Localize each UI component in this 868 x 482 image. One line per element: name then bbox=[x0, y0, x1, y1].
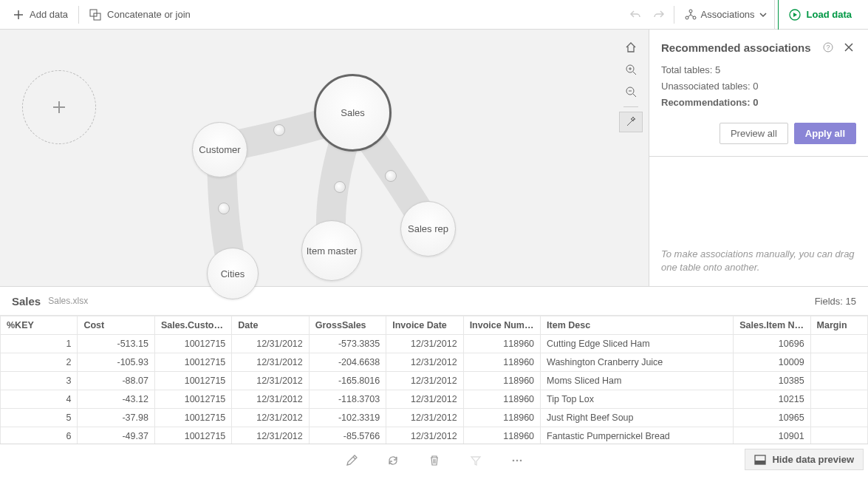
bubble-customer[interactable]: Customer bbox=[192, 122, 247, 177]
table-cell: 1 bbox=[1, 335, 78, 353]
table-cell: -85.5766 bbox=[309, 427, 386, 444]
bubble-sales[interactable]: Sales bbox=[314, 74, 392, 152]
svg-rect-14 bbox=[755, 461, 765, 464]
table-cell: 12/31/2012 bbox=[386, 353, 463, 372]
preview-all-button[interactable]: Preview all bbox=[720, 123, 788, 144]
associations-dropdown[interactable]: Associations bbox=[677, 4, 774, 25]
table-row[interactable]: 5-37.981001271512/31/2012-102.331912/31/… bbox=[1, 409, 868, 427]
column-header[interactable]: Sales.Item N… bbox=[734, 316, 810, 335]
add-data-button[interactable]: Add data bbox=[6, 4, 75, 24]
home-zoom-button[interactable] bbox=[619, 37, 643, 58]
separator bbox=[78, 6, 79, 24]
canvas-tools bbox=[619, 37, 643, 132]
table-cell: 10901 bbox=[734, 427, 810, 444]
stat-value: 0 bbox=[753, 81, 758, 92]
table-cell: 6 bbox=[1, 427, 78, 444]
zoom-out-button[interactable] bbox=[619, 81, 643, 102]
panel-stats: Total tables: 5 Unassociated tables: 0 R… bbox=[649, 62, 868, 120]
table-cell: 118960 bbox=[463, 427, 540, 444]
column-header[interactable]: %KEY bbox=[1, 316, 78, 335]
redo-icon bbox=[653, 9, 665, 21]
hide-preview-label: Hide data preview bbox=[772, 454, 854, 465]
refresh-button[interactable] bbox=[381, 449, 405, 472]
wand-icon bbox=[625, 116, 637, 128]
panel-title: Recommended associations bbox=[661, 41, 815, 54]
separator bbox=[674, 6, 674, 24]
bubble-label: Cities bbox=[221, 268, 245, 279]
table-cell: -43.12 bbox=[78, 390, 154, 409]
association-joint[interactable] bbox=[273, 124, 285, 136]
table-cell: 10965 bbox=[734, 409, 810, 427]
table-cell: 10012715 bbox=[154, 335, 231, 353]
filter-icon bbox=[470, 455, 482, 466]
close-panel-button[interactable] bbox=[841, 40, 856, 55]
hide-preview-button[interactable]: Hide data preview bbox=[745, 449, 864, 470]
table-cell bbox=[810, 335, 867, 353]
preview-footer: Hide data preview bbox=[0, 444, 868, 476]
data-preview-grid[interactable]: %KEYCostSales.Custo…DateGrossSalesInvoic… bbox=[0, 315, 868, 444]
table-row[interactable]: 4-43.121001271512/31/2012-118.370312/31/… bbox=[1, 390, 868, 409]
table-cell: 118960 bbox=[463, 390, 540, 409]
association-canvas[interactable]: Sales Customer Cities Item master Sales … bbox=[0, 30, 649, 287]
close-icon bbox=[844, 43, 853, 52]
stat-label: Total tables: bbox=[661, 64, 715, 75]
stat-value: 0 bbox=[753, 97, 758, 108]
load-data-button[interactable]: Load data bbox=[778, 0, 862, 30]
bubble-sales-rep[interactable]: Sales rep bbox=[400, 201, 456, 257]
table-cell: 12/31/2012 bbox=[232, 409, 309, 427]
bubble-item-master[interactable]: Item master bbox=[301, 220, 362, 281]
column-header[interactable]: Invoice Date bbox=[386, 316, 463, 335]
column-header[interactable]: Date bbox=[232, 316, 309, 335]
refresh-icon bbox=[387, 455, 399, 466]
bubble-cities[interactable]: Cities bbox=[207, 248, 259, 299]
column-header[interactable]: Cost bbox=[78, 316, 154, 335]
redo-button[interactable] bbox=[647, 3, 671, 27]
preview-table-name: Sales bbox=[12, 295, 41, 308]
association-joint[interactable] bbox=[334, 181, 346, 193]
table-cell: -102.3319 bbox=[309, 409, 386, 427]
load-data-label: Load data bbox=[807, 9, 852, 20]
filter-button[interactable] bbox=[464, 449, 488, 472]
association-joint[interactable] bbox=[385, 170, 397, 182]
table-cell: 2 bbox=[1, 353, 78, 372]
delete-button[interactable] bbox=[423, 449, 446, 472]
plus-icon bbox=[13, 10, 24, 20]
stat-value: 5 bbox=[715, 64, 720, 75]
plus-icon bbox=[50, 98, 68, 116]
association-joint[interactable] bbox=[218, 203, 230, 214]
table-cell: 12/31/2012 bbox=[232, 390, 309, 409]
magic-wand-button[interactable] bbox=[619, 112, 643, 132]
table-cell: 12/31/2012 bbox=[232, 353, 309, 372]
table-row[interactable]: 6-49.371001271512/31/2012-85.576612/31/2… bbox=[1, 427, 868, 444]
preview-header: Sales Sales.xlsx Fields: 15 bbox=[0, 287, 868, 315]
add-table-circle[interactable] bbox=[22, 70, 96, 144]
column-header[interactable]: Item Desc bbox=[541, 316, 734, 335]
table-cell: 12/31/2012 bbox=[386, 372, 463, 390]
help-button[interactable]: ? bbox=[821, 40, 835, 55]
table-cell: -37.98 bbox=[78, 409, 154, 427]
concatenate-button[interactable]: Concatenate or join bbox=[82, 4, 198, 25]
zoom-in-button[interactable] bbox=[619, 59, 643, 80]
table-cell: 10215 bbox=[734, 390, 810, 409]
undo-button[interactable] bbox=[623, 3, 647, 27]
table-cell: 10012715 bbox=[154, 390, 231, 409]
trash-icon bbox=[428, 455, 440, 466]
table-row[interactable]: 3-88.071001271512/31/2012-165.801612/31/… bbox=[1, 372, 868, 390]
bubble-label: Customer bbox=[199, 144, 240, 155]
table-row[interactable]: 2-105.931001271512/31/2012-204.663812/31… bbox=[1, 353, 868, 372]
svg-point-12 bbox=[519, 459, 522, 461]
edit-button[interactable] bbox=[340, 449, 363, 472]
table-row[interactable]: 1-513.151001271512/31/2012-573.383512/31… bbox=[1, 335, 868, 353]
column-header[interactable]: Margin bbox=[810, 316, 867, 335]
zoom-out-icon bbox=[625, 86, 637, 98]
column-header[interactable]: Invoice Num… bbox=[463, 316, 540, 335]
table-cell: 118960 bbox=[463, 335, 540, 353]
column-header[interactable]: Sales.Custo… bbox=[154, 316, 231, 335]
table-cell: 12/31/2012 bbox=[232, 372, 309, 390]
apply-all-button[interactable]: Apply all bbox=[794, 123, 856, 144]
chevron-down-icon bbox=[759, 11, 767, 18]
table-cell: 12/31/2012 bbox=[386, 390, 463, 409]
more-button[interactable] bbox=[505, 449, 529, 472]
table-cell: Fantastic Pumpernickel Bread bbox=[541, 427, 734, 444]
column-header[interactable]: GrossSales bbox=[309, 316, 386, 335]
